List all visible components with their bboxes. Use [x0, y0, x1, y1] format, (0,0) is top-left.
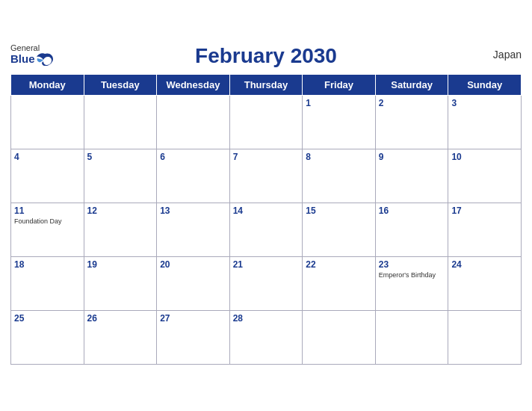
calendar-cell: 22 — [303, 256, 376, 310]
day-number: 27 — [160, 313, 226, 324]
calendar-cell: 9 — [375, 149, 448, 203]
weekday-header-sunday: Sunday — [448, 74, 522, 95]
calendar-cell: 26 — [84, 310, 157, 364]
calendar-cell: 7 — [229, 149, 303, 203]
day-number: 12 — [87, 206, 154, 216]
calendar-cell: 21 — [229, 256, 303, 310]
day-number: 17 — [451, 206, 518, 216]
weekday-header-wednesday: Wednesday — [157, 74, 230, 95]
calendar-cell: 19 — [84, 256, 157, 310]
day-number: 8 — [306, 152, 372, 162]
calendar-cell — [375, 310, 448, 364]
calendar-cell — [84, 95, 157, 149]
logo-blue-text: Blue — [10, 53, 35, 64]
calendar-cell: 10 — [448, 149, 522, 203]
calendar-cell — [157, 95, 230, 149]
holiday-label: Emperor's Birthday — [379, 271, 445, 279]
calendar-cell — [303, 310, 376, 364]
calendar-cell: 13 — [157, 203, 230, 256]
day-number: 9 — [379, 152, 445, 162]
calendar-cell: 27 — [157, 310, 230, 364]
calendar-wrapper: General Blue February 2030 Japan MondayT… — [0, 37, 532, 375]
day-number: 26 — [87, 313, 154, 324]
day-number: 3 — [451, 98, 518, 108]
day-number: 22 — [306, 259, 372, 270]
logo: General Blue — [10, 44, 53, 66]
calendar-cell: 28 — [229, 310, 303, 364]
week-row-2: 11Foundation Day121314151617 — [11, 203, 522, 256]
day-number: 15 — [306, 206, 372, 216]
calendar-cell: 12 — [84, 203, 157, 256]
weekday-header-monday: Monday — [11, 74, 84, 95]
calendar-cell: 6 — [157, 149, 230, 203]
logo-bird-icon — [37, 52, 53, 66]
weekday-header-tuesday: Tuesday — [84, 74, 157, 95]
day-number: 4 — [14, 152, 81, 162]
day-number: 16 — [379, 206, 445, 216]
day-number: 10 — [451, 152, 518, 162]
weekday-header-thursday: Thursday — [229, 74, 303, 95]
calendar-cell: 5 — [84, 149, 157, 203]
day-number: 2 — [379, 98, 445, 108]
calendar-cell: 16 — [375, 203, 448, 256]
calendar-cell: 15 — [303, 203, 376, 256]
calendar-cell: 24 — [448, 256, 522, 310]
calendar-cell: 11Foundation Day — [11, 203, 84, 256]
day-number: 14 — [233, 206, 300, 216]
week-row-4: 25262728 — [11, 310, 522, 364]
day-number: 1 — [306, 98, 372, 108]
calendar-cell: 20 — [157, 256, 230, 310]
calendar-cell: 17 — [448, 203, 522, 256]
day-number: 19 — [87, 259, 154, 270]
calendar-cell: 3 — [448, 95, 522, 149]
week-row-3: 181920212223Emperor's Birthday24 — [11, 256, 522, 310]
calendar-title: February 2030 — [195, 44, 337, 68]
day-number: 7 — [233, 152, 300, 162]
calendar-cell: 4 — [11, 149, 84, 203]
weekday-header-friday: Friday — [303, 74, 376, 95]
calendar-header: General Blue February 2030 Japan — [10, 44, 522, 68]
holiday-label: Foundation Day — [14, 217, 81, 226]
calendar-grid: MondayTuesdayWednesdayThursdayFridaySatu… — [10, 74, 522, 365]
day-number: 23 — [379, 259, 445, 270]
week-row-0: 123 — [11, 95, 522, 149]
country-label: Japan — [493, 49, 522, 61]
calendar-cell — [448, 310, 522, 364]
weekday-header-saturday: Saturday — [375, 74, 448, 95]
weekday-header-row: MondayTuesdayWednesdayThursdayFridaySatu… — [11, 74, 522, 95]
week-row-1: 45678910 — [11, 149, 522, 203]
day-number: 13 — [160, 206, 226, 216]
day-number: 20 — [160, 259, 226, 270]
day-number: 24 — [451, 259, 518, 270]
logo-general-text: General — [10, 44, 53, 52]
calendar-cell: 1 — [303, 95, 376, 149]
day-number: 11 — [14, 206, 81, 216]
calendar-cell: 23Emperor's Birthday — [375, 256, 448, 310]
day-number: 28 — [233, 313, 300, 324]
day-number: 25 — [14, 313, 81, 324]
calendar-cell: 14 — [229, 203, 303, 256]
calendar-cell: 25 — [11, 310, 84, 364]
calendar-cell — [229, 95, 303, 149]
day-number: 6 — [160, 152, 226, 162]
calendar-cell: 18 — [11, 256, 84, 310]
calendar-cell — [11, 95, 84, 149]
day-number: 21 — [233, 259, 300, 270]
calendar-cell: 2 — [375, 95, 448, 149]
day-number: 18 — [14, 259, 81, 270]
day-number: 5 — [87, 152, 154, 162]
calendar-cell: 8 — [303, 149, 376, 203]
